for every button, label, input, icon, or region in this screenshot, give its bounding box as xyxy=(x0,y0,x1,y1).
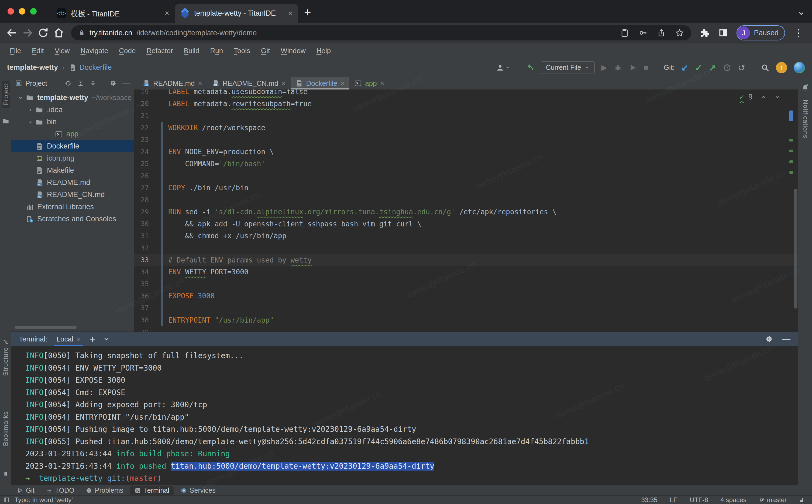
settings-gear-icon[interactable] xyxy=(110,80,117,87)
line-number[interactable]: 27 xyxy=(134,184,149,192)
code-line-36[interactable]: 36EXPOSE 3000 xyxy=(134,290,798,302)
code-text[interactable]: LABEL metadata.usesubdomain=false xyxy=(149,89,308,96)
error-stripe-mark[interactable] xyxy=(789,111,793,121)
indent-config[interactable]: 4 spaces xyxy=(721,496,746,504)
tool-window-button-problems[interactable]: Problems xyxy=(81,486,128,495)
terminal-line-11[interactable]: → template-wetty git:(master) xyxy=(25,472,798,485)
editor-tab-dockerfile[interactable]: Dockerfile× xyxy=(291,77,350,89)
error-stripe-mark[interactable] xyxy=(789,139,793,141)
terminal-output[interactable]: INFO[0050] Taking snapshot of full files… xyxy=(11,346,798,485)
code-line-30[interactable]: 30 && apk add -U openssh-client sshpass … xyxy=(134,218,798,230)
menu-item-help[interactable]: Help xyxy=(311,47,336,55)
code-line-25[interactable]: 25 COMMAND='/bin/bash' xyxy=(134,158,798,170)
git-push-button[interactable]: ↗ xyxy=(709,63,716,73)
browser-tab-1[interactable]: <t> 模板 - TitanIDE × xyxy=(51,4,175,23)
horizontal-scrollbar[interactable] xyxy=(15,326,77,329)
minimize-window-button[interactable] xyxy=(19,8,25,15)
back-button[interactable] xyxy=(6,27,18,39)
forward-button[interactable] xyxy=(22,27,33,39)
close-tab-icon[interactable]: × xyxy=(164,9,169,18)
file-encoding[interactable]: UTF-8 xyxy=(690,496,708,504)
tree-chevron-icon[interactable] xyxy=(16,204,25,210)
close-tab-icon[interactable]: × xyxy=(288,9,293,18)
share-icon[interactable] xyxy=(657,28,666,37)
stripe-tab-notifications[interactable]: Notifications xyxy=(802,100,809,139)
tree-chevron-icon[interactable] xyxy=(25,107,35,113)
tree-item-readme-md[interactable]: MDREADME.md xyxy=(11,177,134,189)
clipboard-icon[interactable] xyxy=(620,28,629,37)
code-text[interactable]: COPY ./bin /usr/bin xyxy=(149,184,248,192)
terminal-line-10[interactable]: 2023-01-29T16:43:44 info pushed titan.hu… xyxy=(25,460,798,472)
line-number[interactable]: 31 xyxy=(134,232,149,240)
code-text[interactable]: ENV NODE_ENV=production \ xyxy=(149,148,274,156)
bookmark-star-icon[interactable] xyxy=(675,28,684,37)
structure-icon[interactable] xyxy=(3,339,9,345)
code-text[interactable]: RUN sed -i 's/dl-cdn.alpinelinux.org/mir… xyxy=(149,208,556,216)
terminal-dropdown-icon[interactable] xyxy=(103,336,110,343)
tree-item-bin[interactable]: bin xyxy=(11,116,134,128)
notifications-bell-icon[interactable] xyxy=(801,84,809,92)
git-update-button[interactable]: ↙ xyxy=(681,63,688,73)
code-line-32[interactable]: 32 xyxy=(134,242,798,254)
line-number[interactable]: 35 xyxy=(134,280,149,288)
line-separator[interactable]: LF xyxy=(670,496,677,504)
code-line-34[interactable]: 34ENV WETTY_PORT=3000 xyxy=(134,266,798,278)
tree-item-external-libraries[interactable]: External Libraries xyxy=(11,201,134,213)
error-stripe-mark[interactable] xyxy=(789,150,793,152)
run-config-selector[interactable]: Current File xyxy=(541,61,595,74)
run-with-coverage-button[interactable] xyxy=(629,63,637,72)
line-number[interactable]: 28 xyxy=(134,196,149,204)
code-line-27[interactable]: 27COPY ./bin /usr/bin xyxy=(134,182,798,194)
inspections-widget[interactable]: ✓ 9 xyxy=(739,93,781,101)
tree-chevron-icon[interactable] xyxy=(25,119,35,125)
code-text[interactable]: COMMAND='/bin/bash' xyxy=(149,160,265,168)
new-tab-button[interactable]: + xyxy=(298,5,317,23)
terminal-line-5[interactable]: INFO[0054] Adding exposed port: 3000/tcp xyxy=(25,399,798,411)
close-icon[interactable]: × xyxy=(77,335,81,343)
next-problem-icon[interactable] xyxy=(774,94,781,100)
code-line-37[interactable]: 37 xyxy=(134,302,798,314)
search-everywhere-button[interactable] xyxy=(761,63,769,72)
tree-item-makefile[interactable]: Makefile xyxy=(11,164,134,177)
tree-chevron-icon[interactable] xyxy=(25,156,35,161)
code-line-21[interactable]: 21 xyxy=(134,110,798,122)
code-line-38[interactable]: 38ENTRYPOINT "/usr/bin/app" xyxy=(134,314,798,326)
breadcrumb-project[interactable]: template-wetty xyxy=(7,63,58,72)
close-tab-icon[interactable]: × xyxy=(340,79,345,88)
terminal-line-8[interactable]: INFO[0055] Pushed titan.hub:5000/demo/te… xyxy=(25,436,798,448)
run-button[interactable]: ▶ xyxy=(601,63,607,72)
code-line-24[interactable]: 24ENV NODE_ENV=production \ xyxy=(134,146,798,158)
line-number[interactable]: 32 xyxy=(134,244,149,252)
close-tab-icon[interactable]: × xyxy=(380,79,384,88)
tree-chevron-icon[interactable] xyxy=(25,192,35,198)
code-text[interactable]: && chmod +x /usr/bin/app xyxy=(149,232,286,240)
line-number[interactable]: 34 xyxy=(134,268,149,276)
caret-position[interactable]: 33:35 xyxy=(641,496,658,504)
code-line-19[interactable]: 19LABEL metadata.usesubdomain=false xyxy=(134,89,798,98)
code-line-26[interactable]: 26 xyxy=(134,170,798,182)
status-message[interactable]: Typo: In word 'wetty' xyxy=(15,496,73,504)
menu-item-window[interactable]: Window xyxy=(275,47,311,55)
code-with-me-icon[interactable] xyxy=(794,62,805,73)
ide-update-badge[interactable]: ↑ xyxy=(776,62,787,73)
bookmark-icon[interactable] xyxy=(3,471,9,477)
line-number[interactable]: 22 xyxy=(134,124,149,132)
menu-item-view[interactable]: View xyxy=(49,47,75,55)
home-button[interactable] xyxy=(53,27,65,39)
line-number[interactable]: 33 xyxy=(134,256,149,264)
terminal-line-1[interactable]: INFO[0050] Taking snapshot of full files… xyxy=(25,350,798,362)
line-number[interactable]: 39 xyxy=(134,328,149,332)
tool-window-button-todo[interactable]: TODO xyxy=(42,486,79,495)
prev-problem-icon[interactable] xyxy=(760,94,767,100)
line-number[interactable]: 30 xyxy=(134,220,149,228)
terminal-line-7[interactable]: INFO[0054] Pushing image to titan.hub:50… xyxy=(25,423,798,436)
browser-menu-icon[interactable]: ⋮ xyxy=(791,27,806,39)
git-history-button[interactable] xyxy=(723,63,731,72)
menu-item-navigate[interactable]: Navigate xyxy=(75,47,114,55)
terminal-line-6[interactable]: INFO[0054] ENTRYPOINT "/usr/bin/app" xyxy=(25,411,798,423)
code-text[interactable]: ENTRYPOINT "/usr/bin/app" xyxy=(149,316,274,324)
menu-item-edit[interactable]: Edit xyxy=(26,47,49,55)
line-number[interactable]: 23 xyxy=(134,136,149,144)
code-text[interactable]: EXPOSE 3000 xyxy=(149,292,215,300)
select-opened-file-icon[interactable] xyxy=(65,80,72,87)
